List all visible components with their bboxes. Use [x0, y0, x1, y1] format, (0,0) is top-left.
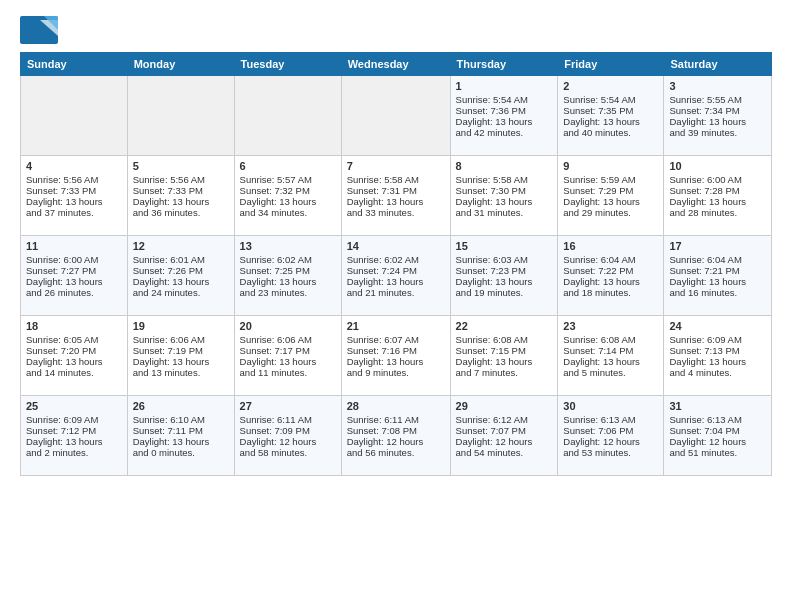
day-info-line: and 29 minutes. [563, 207, 658, 218]
day-info-line: and 18 minutes. [563, 287, 658, 298]
day-info-line: Sunrise: 6:04 AM [563, 254, 658, 265]
calendar-cell: 24Sunrise: 6:09 AMSunset: 7:13 PMDayligh… [664, 316, 772, 396]
day-info-line: and 0 minutes. [133, 447, 229, 458]
day-number: 12 [133, 240, 229, 252]
calendar-cell: 1Sunrise: 5:54 AMSunset: 7:36 PMDaylight… [450, 76, 558, 156]
day-number: 7 [347, 160, 445, 172]
day-info-line: and 42 minutes. [456, 127, 553, 138]
day-info-line: Sunrise: 6:11 AM [240, 414, 336, 425]
day-info-line: Sunset: 7:30 PM [456, 185, 553, 196]
day-header-friday: Friday [558, 53, 664, 76]
day-info-line: Sunset: 7:13 PM [669, 345, 766, 356]
day-info-line: Daylight: 13 hours [133, 436, 229, 447]
day-number: 10 [669, 160, 766, 172]
day-info-line: Daylight: 13 hours [26, 436, 122, 447]
day-info-line: Sunrise: 6:10 AM [133, 414, 229, 425]
day-info-line: Sunrise: 6:08 AM [456, 334, 553, 345]
day-info-line: Daylight: 13 hours [26, 356, 122, 367]
day-number: 26 [133, 400, 229, 412]
calendar-header-row: SundayMondayTuesdayWednesdayThursdayFrid… [21, 53, 772, 76]
day-info-line: Sunrise: 6:07 AM [347, 334, 445, 345]
day-info-line: and 28 minutes. [669, 207, 766, 218]
day-info-line: Sunset: 7:16 PM [347, 345, 445, 356]
day-info-line: Sunset: 7:09 PM [240, 425, 336, 436]
day-number: 15 [456, 240, 553, 252]
day-info-line: Sunrise: 6:09 AM [669, 334, 766, 345]
day-info-line: and 9 minutes. [347, 367, 445, 378]
day-info-line: Daylight: 12 hours [456, 436, 553, 447]
day-info-line: and 5 minutes. [563, 367, 658, 378]
day-info-line: and 19 minutes. [456, 287, 553, 298]
day-info-line: Daylight: 13 hours [456, 116, 553, 127]
day-number: 3 [669, 80, 766, 92]
day-info-line: Sunset: 7:33 PM [26, 185, 122, 196]
day-info-line: Sunset: 7:08 PM [347, 425, 445, 436]
day-info-line: Sunset: 7:34 PM [669, 105, 766, 116]
day-info-line: Daylight: 13 hours [456, 356, 553, 367]
day-info-line: Daylight: 13 hours [26, 276, 122, 287]
day-info-line: Daylight: 13 hours [669, 356, 766, 367]
day-number: 16 [563, 240, 658, 252]
week-row-1: 1Sunrise: 5:54 AMSunset: 7:36 PMDaylight… [21, 76, 772, 156]
day-info-line: Sunset: 7:23 PM [456, 265, 553, 276]
calendar-cell: 9Sunrise: 5:59 AMSunset: 7:29 PMDaylight… [558, 156, 664, 236]
calendar-cell: 20Sunrise: 6:06 AMSunset: 7:17 PMDayligh… [234, 316, 341, 396]
week-row-4: 18Sunrise: 6:05 AMSunset: 7:20 PMDayligh… [21, 316, 772, 396]
day-number: 5 [133, 160, 229, 172]
calendar-cell: 30Sunrise: 6:13 AMSunset: 7:06 PMDayligh… [558, 396, 664, 476]
day-info-line: Sunset: 7:26 PM [133, 265, 229, 276]
day-info-line: Sunset: 7:35 PM [563, 105, 658, 116]
day-number: 31 [669, 400, 766, 412]
day-info-line: Sunrise: 6:00 AM [669, 174, 766, 185]
day-info-line: and 58 minutes. [240, 447, 336, 458]
day-info-line: Sunrise: 5:57 AM [240, 174, 336, 185]
day-info-line: Sunset: 7:07 PM [456, 425, 553, 436]
day-info-line: Daylight: 13 hours [240, 356, 336, 367]
day-number: 24 [669, 320, 766, 332]
day-number: 11 [26, 240, 122, 252]
day-number: 13 [240, 240, 336, 252]
day-info-line: Sunset: 7:15 PM [456, 345, 553, 356]
day-info-line: Sunrise: 5:54 AM [563, 94, 658, 105]
day-info-line: Sunset: 7:31 PM [347, 185, 445, 196]
day-info-line: Daylight: 13 hours [456, 196, 553, 207]
day-info-line: Daylight: 13 hours [456, 276, 553, 287]
day-info-line: and 51 minutes. [669, 447, 766, 458]
day-info-line: Sunrise: 5:58 AM [347, 174, 445, 185]
day-info-line: Daylight: 13 hours [563, 116, 658, 127]
calendar-cell: 22Sunrise: 6:08 AMSunset: 7:15 PMDayligh… [450, 316, 558, 396]
day-info-line: Sunrise: 5:54 AM [456, 94, 553, 105]
day-header-sunday: Sunday [21, 53, 128, 76]
day-info-line: Sunrise: 6:03 AM [456, 254, 553, 265]
day-number: 23 [563, 320, 658, 332]
calendar-cell: 31Sunrise: 6:13 AMSunset: 7:04 PMDayligh… [664, 396, 772, 476]
day-info-line: Sunset: 7:28 PM [669, 185, 766, 196]
day-info-line: Daylight: 13 hours [563, 276, 658, 287]
calendar-cell: 14Sunrise: 6:02 AMSunset: 7:24 PMDayligh… [341, 236, 450, 316]
day-header-saturday: Saturday [664, 53, 772, 76]
day-info-line: Daylight: 13 hours [563, 356, 658, 367]
calendar-cell: 17Sunrise: 6:04 AMSunset: 7:21 PMDayligh… [664, 236, 772, 316]
calendar-cell: 2Sunrise: 5:54 AMSunset: 7:35 PMDaylight… [558, 76, 664, 156]
calendar-cell: 10Sunrise: 6:00 AMSunset: 7:28 PMDayligh… [664, 156, 772, 236]
day-info-line: Sunset: 7:24 PM [347, 265, 445, 276]
day-info-line: Sunset: 7:12 PM [26, 425, 122, 436]
day-number: 29 [456, 400, 553, 412]
calendar-cell: 4Sunrise: 5:56 AMSunset: 7:33 PMDaylight… [21, 156, 128, 236]
day-info-line: Sunset: 7:04 PM [669, 425, 766, 436]
day-info-line: Daylight: 13 hours [669, 276, 766, 287]
day-info-line: Daylight: 13 hours [133, 276, 229, 287]
day-info-line: Sunrise: 6:06 AM [133, 334, 229, 345]
calendar-cell: 27Sunrise: 6:11 AMSunset: 7:09 PMDayligh… [234, 396, 341, 476]
logo [20, 16, 62, 44]
calendar-cell: 26Sunrise: 6:10 AMSunset: 7:11 PMDayligh… [127, 396, 234, 476]
day-number: 21 [347, 320, 445, 332]
day-number: 19 [133, 320, 229, 332]
day-header-tuesday: Tuesday [234, 53, 341, 76]
day-info-line: Sunrise: 5:56 AM [133, 174, 229, 185]
day-info-line: Sunrise: 6:02 AM [347, 254, 445, 265]
day-number: 8 [456, 160, 553, 172]
calendar-body: 1Sunrise: 5:54 AMSunset: 7:36 PMDaylight… [21, 76, 772, 476]
day-info-line: Sunset: 7:33 PM [133, 185, 229, 196]
day-info-line: Sunset: 7:36 PM [456, 105, 553, 116]
